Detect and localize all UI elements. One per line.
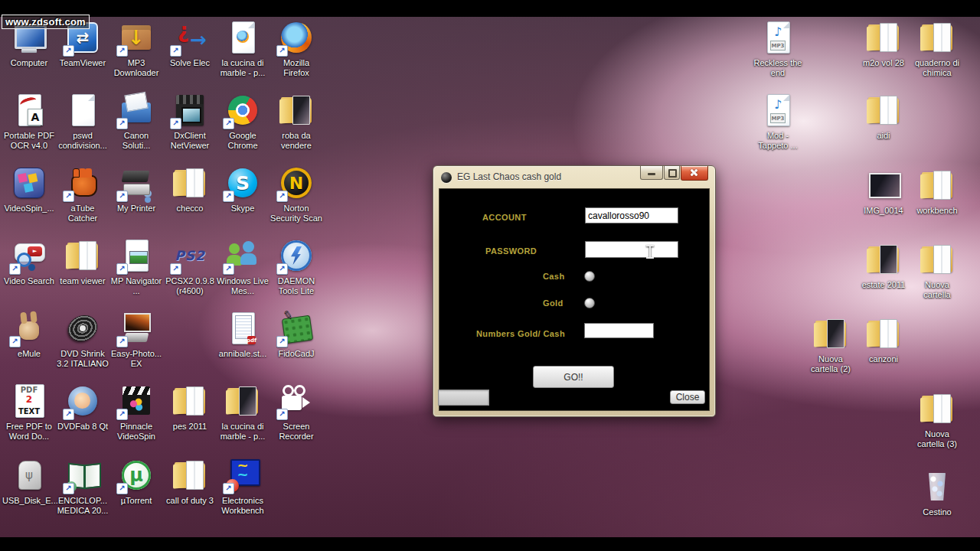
desktop-icon-label: Nuova cartella (3): [910, 429, 964, 449]
utorrent-icon: µ↗: [118, 457, 155, 494]
desktop-icon[interactable]: call of duty 3: [163, 457, 217, 506]
desktop-icon[interactable]: Nuova cartella (2): [804, 315, 858, 374]
desktop-icon[interactable]: ψUSB_Disk_E...: [2, 457, 56, 506]
desktop-icon[interactable]: ↗Mozilla Firefox: [270, 19, 323, 78]
cash-radio[interactable]: [584, 271, 595, 282]
desktop-icon[interactable]: ↗Canon Soluti...: [109, 92, 163, 151]
desktop-icon[interactable]: roba da vendere: [270, 92, 323, 151]
go-button[interactable]: GO!!: [533, 366, 614, 388]
desktop-icon-label: µTorrent: [109, 496, 163, 506]
img-photo-icon: [865, 167, 902, 204]
desktop-icon[interactable]: estate 2011: [857, 241, 910, 290]
desktop-icon-label: Electronics Workbench: [216, 496, 270, 516]
maximize-icon: [668, 169, 677, 178]
desktop-icon-label: Nuova cartella: [910, 280, 964, 300]
desktop-icon[interactable]: ↗DAEMON Tools Lite: [270, 237, 323, 296]
desktop-icon[interactable]: team viewer: [56, 237, 109, 286]
desktop-icon[interactable]: Nuova cartella: [910, 241, 964, 300]
desktop-icon[interactable]: ¿→↗Solve Elec: [163, 19, 217, 68]
window-titlebar[interactable]: EG Last Chaos cash gold: [433, 166, 715, 188]
desktop-icon[interactable]: N↗Norton Security Scan: [270, 165, 323, 223]
folder-pages-icon: [919, 19, 956, 56]
desktop-icon[interactable]: ♪MP3Reckless the end: [751, 19, 805, 78]
titlebar-close-button[interactable]: [681, 166, 708, 181]
desktop-icon[interactable]: ↗Windows Live Mes...: [216, 237, 270, 296]
desktop-icon-label: Video Search: [2, 276, 56, 286]
desktop-icon[interactable]: APortable PDF OCR v4.0: [2, 92, 56, 151]
desktop-icon[interactable]: Cestino: [910, 468, 964, 517]
desktop-icon[interactable]: ♪MP3Mod - Tappeto ...: [751, 92, 805, 151]
gold-radio[interactable]: [584, 298, 595, 308]
desktop-icon-label: roba da vendere: [270, 131, 323, 151]
desktop-icon[interactable]: pes 2011: [163, 383, 217, 432]
desktop-icon-label: Google Chrome: [216, 131, 270, 151]
video-search-icon: ►↗: [11, 237, 47, 274]
skype-icon: S↗: [224, 165, 261, 201]
ewb-icon: ~~↗: [224, 457, 261, 494]
easyphoto-icon: ↗: [118, 310, 155, 347]
desktop-icon[interactable]: ↗Screen Recorder: [270, 383, 323, 442]
desktop-icon[interactable]: quaderno di chimica: [910, 19, 964, 78]
pdf-ocr-icon: A: [11, 92, 47, 129]
desktop-icon-label: canzoni: [857, 354, 910, 364]
desktop-icon[interactable]: ↗DxClient NetViewer: [163, 92, 217, 151]
shortcut-arrow-icon: ↗: [116, 118, 128, 129]
desktop-icon[interactable]: ↗Easy-Photo... EX: [109, 310, 163, 369]
shortcut-arrow-icon: ↗: [63, 45, 74, 57]
desktop-icon[interactable]: µ↗µTorrent: [109, 457, 163, 506]
desktop-icon[interactable]: canzoni: [857, 315, 910, 364]
desktop-icon-label: annibale.st...: [216, 349, 270, 359]
desktop-icon[interactable]: Nuova cartella (3): [910, 390, 964, 449]
password-input[interactable]: [585, 241, 678, 258]
desktop-icon[interactable]: ↗DVDFab 8 Qt: [56, 383, 109, 432]
folder-pages-icon: [64, 237, 101, 274]
desktop-icon-label: quaderno di chimica: [910, 58, 964, 78]
desktop-icon[interactable]: workbench: [910, 167, 964, 216]
shortcut-arrow-icon: ↗: [116, 263, 128, 275]
desktop-icon[interactable]: pswd condivision...: [56, 92, 109, 151]
letterbox-bar-top: [0, 0, 980, 17]
desktop-icon[interactable]: ↗MP Navigator ...: [109, 237, 163, 296]
folder-media-icon: [278, 92, 315, 129]
desktop-icon-label: Solve Elec: [163, 58, 217, 68]
desktop-icon[interactable]: PS2↗PCSX2 0.9.8 (r4600): [163, 237, 217, 296]
desktop-icon[interactable]: la cucina di marble - p...: [216, 19, 270, 78]
desktop-icon[interactable]: ↗Pinnacle VideoSpin: [109, 383, 163, 442]
shortcut-arrow-icon: ↗: [276, 191, 288, 202]
desktop-icon[interactable]: m2o vol 28: [857, 19, 910, 68]
desktop-icon[interactable]: la cucina di marble - p...: [216, 383, 270, 442]
shortcut-arrow-icon: ↗: [276, 409, 288, 420]
account-input[interactable]: [585, 207, 678, 223]
desktop-icon[interactable]: PDF2TEXTFree PDF to Word Do...: [2, 383, 56, 442]
desktop-icon[interactable]: ✎↗FidoCadJ: [270, 310, 323, 359]
mp-navigator-icon: ↗: [118, 237, 155, 274]
cash-label: Cash: [543, 272, 565, 281]
videospin-icon: [11, 165, 47, 201]
desktop-icon[interactable]: ~~↗Electronics Workbench: [216, 457, 270, 516]
dvdshrink-icon: [64, 310, 101, 347]
desktop-icon[interactable]: checco: [163, 165, 217, 214]
maximize-button[interactable]: [664, 166, 680, 180]
desktop-icon[interactable]: VideoSpin_...: [2, 165, 56, 214]
desktop-icon[interactable]: IMG_0014: [857, 167, 910, 216]
desktop-icon[interactable]: ►↗Video Search: [2, 237, 56, 286]
desktop-icon-label: Canon Soluti...: [109, 131, 163, 151]
desktop-icon[interactable]: pdfannibale.st...: [216, 310, 270, 359]
text-cursor-ibeam: [645, 245, 654, 260]
numbers-input[interactable]: [584, 323, 654, 338]
desktop-icon[interactable]: ↗ENCICLOP... MEDICA 20...: [56, 457, 109, 516]
desktop-icon[interactable]: ↓↗MP3 Downloader: [109, 19, 163, 78]
desktop-icon[interactable]: ↗aTube Catcher: [56, 165, 109, 223]
desktop-icon-label: USB_Disk_E...: [2, 496, 56, 506]
folder-pages-icon: [172, 457, 208, 494]
desktop-icon[interactable]: ↗Google Chrome: [216, 92, 270, 151]
desktop-icon[interactable]: DVD Shrink 3.2 ITALIANO: [56, 310, 109, 369]
minimize-button[interactable]: [640, 166, 663, 180]
close-button[interactable]: Close: [670, 390, 705, 404]
desktop-icon[interactable]: aidi: [857, 92, 910, 141]
desktop-icon[interactable]: ↗eMule: [2, 310, 56, 359]
doc-icon: [64, 92, 101, 129]
desktop-icon[interactable]: ↗My Printer: [109, 165, 163, 214]
desktop-icon[interactable]: S↗Skype: [216, 165, 270, 214]
window-app-icon: [441, 172, 452, 183]
